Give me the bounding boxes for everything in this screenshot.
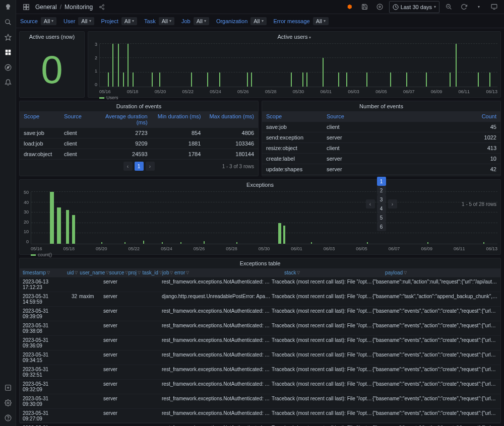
toggle-panel-icon[interactable] — [20, 1, 32, 13]
filter-value[interactable]: All ▾ — [121, 17, 137, 25]
filter-funnel-icon[interactable]: ▽ — [404, 270, 407, 275]
dashboards-icon[interactable] — [4, 48, 12, 56]
column-header[interactable]: proj ▽ — [128, 270, 142, 275]
filter-label[interactable]: Error message — [274, 18, 310, 24]
refresh-interval-chevron-icon[interactable]: ▾ — [473, 1, 485, 13]
table-row[interactable]: resize:objectclient413 — [262, 143, 500, 153]
table-row[interactable]: 2023-05-31 09:32:09serverrest_framework.… — [20, 379, 500, 394]
filter-funnel-icon[interactable]: ▽ — [138, 270, 141, 275]
filter-value[interactable]: All ▾ — [41, 17, 56, 25]
filter-label[interactable]: Project — [101, 18, 118, 24]
search-icon[interactable] — [4, 18, 12, 26]
svg-point-21 — [103, 8, 104, 10]
filter-value[interactable]: All ▾ — [78, 17, 94, 25]
settings-icon[interactable] — [374, 1, 386, 13]
pager-page[interactable]: 1 — [135, 162, 144, 171]
table-row[interactable]: 2023-05-31 09:39:09serverrest_framework.… — [20, 306, 500, 321]
table-row[interactable]: 2023-05-31 09:36:09serverrest_framework.… — [20, 335, 500, 350]
svg-rect-17 — [24, 7, 26, 10]
column-header[interactable]: user_name ▽ — [80, 270, 109, 275]
filter-funnel-icon[interactable]: ▽ — [186, 270, 189, 275]
table-row[interactable]: send:exceptionserver1022 — [262, 132, 500, 143]
exceptions-plot[interactable]: 5040302010005/1605/1805/2005/2205/2405/2… — [20, 190, 500, 254]
svg-rect-3 — [5, 50, 8, 52]
filter-label[interactable]: Source — [20, 18, 38, 24]
table-row[interactable]: draw:objectclient245931784180144 — [20, 149, 258, 159]
filter-funnel-icon[interactable]: ▽ — [47, 270, 50, 275]
chart-legend[interactable]: Users — [99, 95, 118, 100]
table-row[interactable]: 2023-05-31 09:38:08serverrest_framework.… — [20, 321, 500, 335]
configuration-icon[interactable] — [4, 399, 12, 407]
help-icon[interactable] — [4, 414, 12, 422]
refresh-icon[interactable] — [458, 1, 470, 13]
explore-icon[interactable] — [4, 63, 12, 72]
panel-duration-of-events: Duration of events Scope Source Average … — [19, 101, 259, 176]
add-panel-icon[interactable]: ⬢ — [344, 1, 356, 13]
table-row[interactable]: create:labelserver10 — [262, 153, 500, 164]
table-row[interactable]: 2023-05-31 09:32:51serverrest_framework.… — [20, 365, 500, 379]
filter-funnel-icon[interactable]: ▽ — [297, 270, 300, 275]
column-header[interactable]: uid ▽ — [67, 270, 80, 275]
column-header[interactable]: payload ▽ — [385, 270, 497, 275]
column-header[interactable]: error ▽ — [174, 270, 284, 275]
share-icon[interactable] — [96, 1, 108, 13]
column-header[interactable]: timestamp ▽ — [23, 270, 67, 275]
pager-page[interactable]: 1 — [377, 177, 386, 186]
table-header: Scope Source Average duration (ms) Min d… — [20, 111, 258, 127]
save-icon[interactable] — [359, 1, 371, 13]
table-row[interactable]: update:shapesserver42 — [262, 164, 500, 174]
table-row[interactable]: save:jobclient27238544806 — [20, 127, 258, 138]
column-header[interactable]: stack ▽ — [284, 270, 385, 275]
filter-label[interactable]: Job — [181, 18, 191, 24]
table-row[interactable]: 2023-06-13 17:12:23serverrest_framework.… — [20, 277, 500, 292]
column-header[interactable]: task_id ▽ — [142, 270, 162, 275]
pager-next[interactable]: › — [146, 162, 155, 171]
filter-value[interactable]: All ▾ — [194, 17, 209, 25]
filter-funnel-icon[interactable]: ▽ — [75, 270, 78, 275]
pager-prev[interactable]: ‹ — [123, 162, 133, 171]
column-header[interactable]: source ▽ — [109, 270, 128, 275]
filter-value[interactable]: All ▾ — [313, 17, 329, 25]
time-range-label: Last 30 days — [401, 4, 432, 10]
table-row[interactable]: 2023-05-31 09:27:09serverrest_framework.… — [20, 408, 500, 423]
svg-line-28 — [450, 8, 451, 9]
active-users-now-value: 0 — [20, 42, 84, 97]
time-range-picker[interactable]: Last 30 days ▾ — [389, 1, 439, 13]
table-row[interactable]: 2023-05-31 09:26:09serverrest_framework.… — [20, 423, 500, 426]
view-mode-icon[interactable] — [488, 1, 500, 13]
breadcrumb-separator: / — [60, 4, 61, 11]
table-header: Scope Source Count — [262, 111, 500, 121]
svg-point-12 — [7, 402, 9, 404]
filter-label[interactable]: Task — [144, 18, 156, 24]
add-icon[interactable] — [4, 384, 12, 392]
filter-label[interactable]: Organization — [216, 18, 247, 24]
svg-marker-2 — [5, 34, 11, 40]
alerting-icon[interactable] — [4, 79, 12, 87]
column-header[interactable]: job ▽ — [162, 270, 174, 275]
table-row[interactable]: save:jobclient45 — [262, 121, 500, 132]
panel-title: Active users (now) — [20, 32, 84, 42]
panel-exceptions-table: Exceptions table timestamp ▽uid ▽user_na… — [19, 258, 501, 423]
active-users-plot[interactable]: 321005/1605/1805/2005/2205/2405/2605/280… — [88, 42, 500, 97]
chart-legend[interactable]: count() — [31, 252, 52, 257]
grafana-logo-icon[interactable] — [4, 3, 12, 11]
template-variable-bar: SourceAll ▾UserAll ▾ProjectAll ▾TaskAll … — [16, 14, 504, 28]
table-row[interactable]: load:jobclient92091881103346 — [20, 138, 258, 149]
table-row[interactable]: 2023-05-31 09:30:09serverrest_framework.… — [20, 394, 500, 408]
table-header: timestamp ▽uid ▽user_name ▽source ▽proj … — [20, 268, 500, 277]
svg-point-25 — [377, 4, 383, 10]
svg-rect-5 — [5, 53, 8, 55]
table-row[interactable]: 2023-05-31 09:34:15serverrest_framework.… — [20, 350, 500, 365]
breadcrumb-root[interactable]: General — [35, 4, 57, 11]
svg-line-22 — [101, 6, 102, 7]
filter-value[interactable]: All ▾ — [159, 17, 174, 25]
filter-label[interactable]: User — [64, 18, 75, 24]
filter-value[interactable]: All ▾ — [250, 17, 266, 25]
breadcrumb-page[interactable]: Monitoring — [65, 4, 93, 11]
starred-icon[interactable] — [4, 33, 12, 41]
filter-funnel-icon[interactable]: ▽ — [170, 270, 173, 275]
svg-point-19 — [103, 5, 104, 6]
svg-rect-30 — [491, 5, 497, 9]
zoom-out-icon[interactable] — [443, 1, 455, 13]
table-row[interactable]: 2023-05-31 14:59:5932maximserverdjango.h… — [20, 292, 500, 306]
